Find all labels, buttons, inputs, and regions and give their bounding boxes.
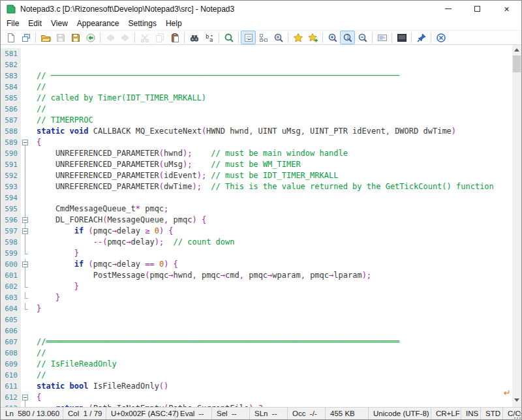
code-line[interactable]: 606 bbox=[1, 325, 512, 337]
word-wrap-button[interactable] bbox=[241, 31, 256, 44]
code-text[interactable]: // TIMERPROC bbox=[30, 115, 512, 126]
code-line[interactable]: 602 } bbox=[1, 281, 512, 292]
code-line[interactable]: 607//═══════════════════════════════════… bbox=[1, 337, 512, 348]
code-text[interactable] bbox=[30, 325, 512, 337]
code-line[interactable]: 598 --(pmqc→delay); // count down bbox=[1, 237, 512, 248]
code-line[interactable]: 584// bbox=[1, 82, 512, 93]
code-line[interactable]: 592 UNREFERENCED_PARAMETER(idEvent); // … bbox=[1, 170, 512, 181]
save-as-button[interactable] bbox=[68, 31, 83, 44]
code-text[interactable]: --(pmqc→delay); // count down bbox=[30, 237, 512, 248]
code-line[interactable]: 610// bbox=[1, 370, 512, 381]
code-line[interactable]: 597 if (pmqc→delay ≥ 0) { bbox=[1, 226, 512, 237]
status-occurrences[interactable]: Occ -/- bbox=[288, 408, 326, 419]
scheme-config-button[interactable] bbox=[375, 31, 390, 44]
code-text[interactable]: { bbox=[30, 137, 512, 148]
status-selection[interactable]: Sel -- bbox=[212, 408, 250, 419]
fold-toggle-icon[interactable] bbox=[21, 226, 30, 237]
code-text[interactable]: // bbox=[30, 348, 512, 359]
maximize-button[interactable] bbox=[463, 1, 492, 17]
code-line[interactable]: 612{ bbox=[1, 392, 512, 403]
scrollbar-thumb[interactable] bbox=[513, 55, 521, 72]
favorites-button[interactable] bbox=[290, 31, 305, 44]
vertical-scrollbar[interactable] bbox=[512, 45, 521, 407]
code-text[interactable]: } bbox=[30, 281, 512, 292]
code-text[interactable]: // bbox=[30, 82, 512, 93]
open-file-button[interactable] bbox=[38, 31, 53, 44]
minimize-button[interactable] bbox=[433, 1, 463, 17]
code-text[interactable]: static bool IsFileReadOnly() bbox=[30, 381, 512, 392]
code-text[interactable]: UNREFERENCED_PARAMETER(hwnd); // must be… bbox=[30, 148, 512, 159]
fold-toggle-icon[interactable] bbox=[21, 137, 30, 148]
editor-text-area[interactable]: 581582583// ────────────────────────────… bbox=[1, 45, 512, 407]
undo-button[interactable] bbox=[102, 31, 117, 44]
code-line[interactable]: 611static bool IsFileReadOnly() bbox=[1, 381, 512, 392]
code-line[interactable]: 608// bbox=[1, 348, 512, 359]
code-line[interactable]: 589{ bbox=[1, 137, 512, 148]
code-line[interactable]: 609// IsFileReadOnly bbox=[1, 359, 512, 370]
code-line[interactable]: 581 bbox=[1, 48, 512, 59]
find-button[interactable] bbox=[187, 31, 202, 44]
code-text[interactable]: if (pmqc→delay ≥ 0) { bbox=[30, 226, 512, 237]
code-line[interactable]: 594 bbox=[1, 192, 512, 203]
new-window-button[interactable] bbox=[18, 31, 33, 44]
fold-toggle-icon[interactable] bbox=[21, 392, 30, 403]
code-text[interactable]: if (pmqc→delay == 0) { bbox=[30, 259, 512, 270]
code-folding-button[interactable] bbox=[256, 31, 271, 44]
code-text[interactable]: } bbox=[30, 292, 512, 303]
code-text[interactable]: } bbox=[30, 303, 512, 314]
status-eval[interactable]: Eval -- bbox=[176, 408, 212, 419]
code-text[interactable]: CmdMessageQueue_t* pmqc; bbox=[30, 203, 512, 215]
code-line[interactable]: 599 } bbox=[1, 248, 512, 259]
new-file-button[interactable] bbox=[3, 31, 18, 44]
zoom-reset-button[interactable] bbox=[271, 31, 286, 44]
code-text[interactable] bbox=[30, 192, 512, 203]
resize-grip[interactable] bbox=[513, 411, 521, 419]
code-text[interactable]: } bbox=[30, 248, 512, 259]
code-line[interactable]: 605 bbox=[1, 314, 512, 325]
code-text[interactable]: // called by Timer(IDT_TIMER_MRKALL) bbox=[30, 93, 512, 104]
code-text[interactable] bbox=[30, 314, 512, 325]
code-text[interactable] bbox=[30, 48, 512, 59]
code-line[interactable]: 596 DL_FOREACH(MessageQueue, pmqc) { bbox=[1, 215, 512, 226]
code-line[interactable]: 583// ──────────────────────────────────… bbox=[1, 70, 512, 82]
code-text[interactable]: UNREFERENCED_PARAMETER(dwTime); // This … bbox=[30, 181, 512, 192]
status-character-code[interactable]: U+0x002F (ASC:47) bbox=[106, 408, 176, 419]
editor[interactable]: 581582583// ────────────────────────────… bbox=[1, 45, 521, 407]
fold-toggle-icon[interactable] bbox=[21, 215, 30, 226]
code-line[interactable]: 600 if (pmqc→delay == 0) { bbox=[1, 259, 512, 270]
code-text[interactable]: // bbox=[30, 104, 512, 115]
save-copy-button[interactable] bbox=[83, 31, 98, 44]
customize-schemes-button[interactable] bbox=[394, 31, 409, 44]
code-line[interactable]: 582 bbox=[1, 59, 512, 70]
redo-button[interactable] bbox=[117, 31, 132, 44]
code-line[interactable]: 593 UNREFERENCED_PARAMETER(dwTime); // T… bbox=[1, 181, 512, 192]
close-button[interactable]: × bbox=[492, 1, 521, 17]
pin-on-top-button[interactable] bbox=[414, 31, 429, 44]
zoom-100-button[interactable]: 1 bbox=[340, 31, 355, 44]
code-text[interactable]: // IsFileReadOnly bbox=[30, 359, 512, 370]
code-text[interactable]: UNREFERENCED_PARAMETER(uMsg); // must be… bbox=[30, 159, 512, 170]
code-line[interactable]: 595 CmdMessageQueue_t* pmqc; bbox=[1, 203, 512, 215]
code-line[interactable]: 588static void CALLBACK MQ_ExecuteNext(H… bbox=[1, 126, 512, 137]
code-line[interactable]: 604} bbox=[1, 303, 512, 314]
menu-item-edit[interactable]: Edit bbox=[23, 18, 46, 29]
code-line[interactable]: 603 } bbox=[1, 292, 512, 303]
copy-button[interactable] bbox=[152, 31, 167, 44]
code-line[interactable]: 601 PostMessage(pmqc→hwnd, pmqc→cmd, pmq… bbox=[1, 270, 512, 281]
menu-item-help[interactable]: Help bbox=[161, 18, 187, 29]
code-line[interactable]: 586// bbox=[1, 104, 512, 115]
status-override-mode[interactable]: STD bbox=[481, 408, 503, 419]
code-text[interactable]: //══════════════════════════════════════… bbox=[30, 337, 512, 348]
status-line-position[interactable]: Ln 580 / 13.060 bbox=[1, 408, 63, 419]
code-text[interactable]: PostMessage(pmqc→hwnd, pmqc→cmd, pmqc→wp… bbox=[30, 270, 512, 281]
zoom-view-button[interactable] bbox=[221, 31, 236, 44]
code-line[interactable]: 585// called by Timer(IDT_TIMER_MRKALL) bbox=[1, 93, 512, 104]
cut-button[interactable] bbox=[137, 31, 152, 44]
replace-button[interactable]: ba bbox=[202, 31, 217, 44]
fold-toggle-icon[interactable] bbox=[21, 259, 30, 270]
code-text[interactable]: { bbox=[30, 392, 512, 403]
code-text[interactable]: // ─────────────────────────────────────… bbox=[30, 70, 512, 82]
code-text[interactable]: UNREFERENCED_PARAMETER(idEvent); // must… bbox=[30, 170, 512, 181]
status-selected-lines[interactable]: SLn -- bbox=[250, 408, 288, 419]
menu-item-settings[interactable]: Settings bbox=[124, 18, 161, 29]
